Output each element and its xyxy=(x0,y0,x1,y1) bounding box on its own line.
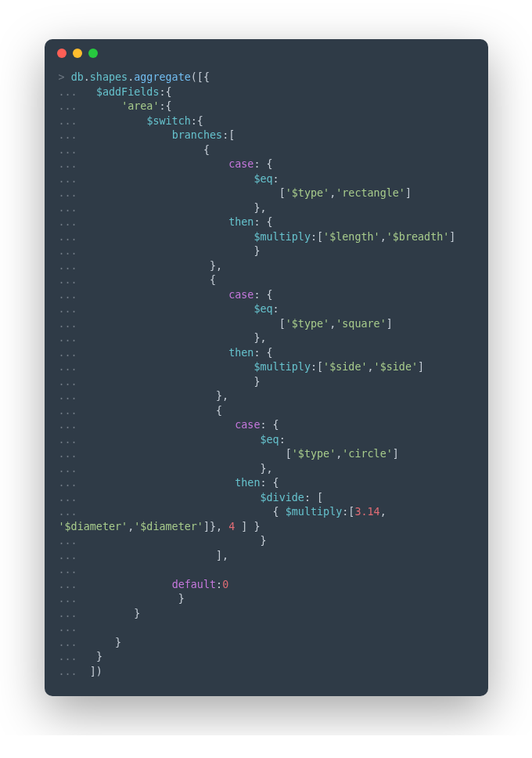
prompt-cont: ... xyxy=(59,361,84,373)
prompt-cont: ... xyxy=(59,376,84,388)
token-punc: :[ xyxy=(222,129,235,141)
token-brace: { xyxy=(216,405,222,417)
token-eq: $eq xyxy=(260,434,279,446)
token-db: db xyxy=(71,71,84,83)
token-bracket: [ xyxy=(279,318,286,330)
prompt-cont: ... xyxy=(59,187,84,199)
prompt-cont: ... xyxy=(59,173,84,185)
prompt-cont: ... xyxy=(59,202,84,214)
token-brace: { xyxy=(203,144,210,156)
token-number: 3.14 xyxy=(354,506,379,518)
token-punc: , xyxy=(380,231,386,243)
token-then: then xyxy=(228,216,253,228)
token-punc: :{ xyxy=(160,100,172,112)
token-punc: : { xyxy=(260,419,279,431)
prompt-cont: ... xyxy=(59,477,84,489)
token-punc: :[ xyxy=(311,231,323,243)
token-aggregate: aggregate xyxy=(134,71,191,83)
token-punc: : { xyxy=(253,216,272,228)
token-brace: } xyxy=(134,608,140,619)
prompt-cont: ... xyxy=(59,550,84,561)
token-brace: { xyxy=(273,506,279,518)
token-type: '$type' xyxy=(286,187,329,199)
prompt-cont: ... xyxy=(59,245,84,257)
token-punc: : { xyxy=(253,158,272,170)
prompt-cont: ... xyxy=(59,405,84,417)
prompt-cont: ... xyxy=(59,216,84,228)
token-bracket: ] xyxy=(393,448,399,460)
token-diameter: '$diameter' xyxy=(134,521,203,532)
prompt-cont: ... xyxy=(59,260,84,272)
token-multiply: $multiply xyxy=(286,506,343,518)
prompt-cont: ... xyxy=(59,115,84,127)
token-eq: $eq xyxy=(253,303,272,315)
token-then: then xyxy=(235,477,260,489)
prompt-cont: ... xyxy=(59,274,84,286)
token-bracket: ] xyxy=(386,318,393,330)
token-brace: } xyxy=(253,245,260,257)
token-punc: :[ xyxy=(342,506,354,518)
token-default: default xyxy=(172,579,216,590)
token-case: case xyxy=(235,419,260,431)
prompt-cont: ... xyxy=(59,564,84,576)
token-punc: : { xyxy=(260,477,279,489)
code-block: > db.shapes.aggregate([{ ... $addFields:… xyxy=(45,67,488,696)
prompt-cont: ... xyxy=(59,390,84,402)
minimize-icon[interactable] xyxy=(73,49,82,58)
maximize-icon[interactable] xyxy=(88,49,98,58)
token-punc: :{ xyxy=(191,115,203,127)
token-punc: ], xyxy=(216,550,228,561)
token-length: '$length' xyxy=(323,231,380,243)
prompt-cont: ... xyxy=(59,651,84,662)
token-breadth: '$breadth' xyxy=(386,231,450,243)
token-side: '$side' xyxy=(323,361,367,373)
token-punc: : xyxy=(273,173,279,185)
token-punc: : { xyxy=(253,347,272,359)
token-case: case xyxy=(228,158,253,170)
token-punc: }, xyxy=(253,202,266,214)
terminal-window: > db.shapes.aggregate([{ ... $addFields:… xyxy=(45,39,488,696)
token-brace: } xyxy=(178,593,185,605)
token-square: 'square' xyxy=(336,318,386,330)
titlebar xyxy=(45,39,488,67)
prompt-cont: ... xyxy=(59,579,84,590)
token-bracket: [ xyxy=(286,448,292,460)
prompt-cont: ... xyxy=(59,303,84,315)
token-eq: $eq xyxy=(253,173,272,185)
token-punc: }, xyxy=(253,332,266,344)
prompt-cont: ... xyxy=(59,129,84,141)
token-call-close: ]) xyxy=(90,666,102,677)
token-multiply: $multiply xyxy=(253,361,311,373)
token-branches: branches xyxy=(172,129,223,141)
prompt-cont: ... xyxy=(59,158,84,170)
token-divide: $divide xyxy=(260,492,304,504)
token-circle: 'circle' xyxy=(342,448,393,460)
prompt-cont: ... xyxy=(59,332,84,344)
token-punc: : [ xyxy=(304,492,323,504)
prompt-cont: ... xyxy=(59,144,84,156)
token-dot: . xyxy=(84,71,90,83)
token-brace: } xyxy=(253,376,260,388)
prompt-cont: ... xyxy=(59,419,84,431)
prompt-cont: ... xyxy=(59,434,84,446)
prompt-cont: ... xyxy=(59,535,84,547)
prompt-cont: ... xyxy=(59,622,84,633)
token-shapes: shapes xyxy=(90,71,128,83)
token-addfields: $addFields xyxy=(96,86,160,98)
token-punc: :[ xyxy=(311,361,323,373)
token-call-open: ([{ xyxy=(191,71,210,83)
token-case: case xyxy=(228,289,253,301)
prompt-cont: ... xyxy=(59,231,84,243)
token-punc: , xyxy=(368,361,374,373)
token-punc: : { xyxy=(253,289,272,301)
token-punc: , xyxy=(380,506,386,518)
prompt-cont: ... xyxy=(59,666,84,677)
token-multiply: $multiply xyxy=(253,231,311,243)
prompt-cont: ... xyxy=(59,463,84,475)
prompt-cont: ... xyxy=(59,289,84,301)
token-brace: { xyxy=(210,274,216,286)
close-icon[interactable] xyxy=(57,49,66,58)
token-brace: } xyxy=(260,535,266,547)
token-type: '$type' xyxy=(286,318,329,330)
token-then: then xyxy=(228,347,253,359)
